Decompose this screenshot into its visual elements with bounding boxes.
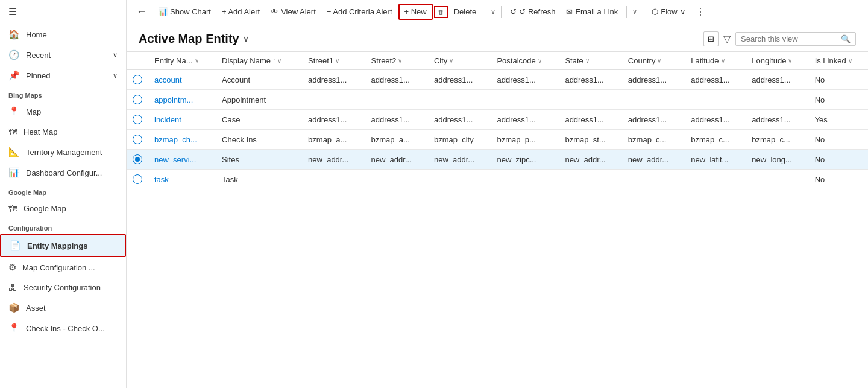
street1-cell: bzmap_a... <box>302 130 365 150</box>
hamburger-icon[interactable]: ☰ <box>8 6 17 17</box>
map-icon: 📍 <box>8 106 20 117</box>
col-entity-name[interactable]: Entity Na... ∨ <box>148 52 216 70</box>
back-button[interactable]: ← <box>131 3 152 21</box>
row-radio[interactable] <box>133 154 142 164</box>
sidebar-item-asset[interactable]: 📦 Asset <box>0 297 126 318</box>
new-button[interactable]: + New <box>398 4 433 20</box>
row-radio[interactable] <box>133 135 142 144</box>
row-radio[interactable] <box>133 95 142 104</box>
entity-name-cell[interactable]: task <box>148 170 216 189</box>
row-select-cell[interactable] <box>127 69 148 90</box>
entity-name-cell[interactable]: bzmap_ch... <box>148 130 216 150</box>
entity-name-cell[interactable]: appointm... <box>148 90 216 110</box>
table-row[interactable]: appointm... Appointment No <box>127 90 868 110</box>
sidebar-item-map[interactable]: 📍 Map <box>0 101 126 122</box>
city-cell <box>428 170 491 189</box>
chevron-down-icon: ∨ <box>113 51 118 59</box>
row-radio[interactable] <box>133 75 142 84</box>
show-chart-button[interactable]: 📊 Show Chart <box>153 5 216 19</box>
row-select-cell[interactable] <box>127 90 148 110</box>
sidebar-item-heat-map[interactable]: 🗺 Heat Map <box>0 122 126 142</box>
col-country[interactable]: Country ∨ <box>622 52 685 70</box>
email-link-button[interactable]: ✉ Email a Link <box>561 5 623 19</box>
col-postalcode[interactable]: Postalcode ∨ <box>491 52 559 70</box>
view-toggle-button[interactable]: ⊞ <box>703 31 719 46</box>
sidebar-item-map-config[interactable]: ⚙ Map Configuration ... <box>0 257 126 278</box>
table-row[interactable]: account Account address1... address1... … <box>127 69 868 90</box>
sidebar-item-entity-mappings[interactable]: 📄 Entity Mappings <box>0 234 126 257</box>
longitude-cell: address1... <box>746 110 808 130</box>
search-input[interactable] <box>741 34 837 43</box>
row-select-cell[interactable] <box>127 150 148 170</box>
col-state[interactable]: State ∨ <box>559 52 621 70</box>
col-chevron-icon: ∨ <box>538 57 542 64</box>
row-select-cell[interactable] <box>127 110 148 130</box>
col-chevron-icon: ∨ <box>721 57 725 64</box>
select-all-header[interactable] <box>127 52 148 70</box>
table-row[interactable]: new_servi... Sites new_addr... new_addr.… <box>127 150 868 170</box>
latitude-cell: new_latit... <box>685 150 746 170</box>
col-street2[interactable]: Street2 ∨ <box>365 52 428 70</box>
col-chevron-icon: ∨ <box>277 57 281 64</box>
add-criteria-button[interactable]: + Add Criteria Alert <box>322 5 397 19</box>
sidebar-item-dashboard[interactable]: 📊 Dashboard Configur... <box>0 162 126 183</box>
new-chevron-icon[interactable]: 🗑 <box>434 6 448 18</box>
sidebar-item-label: Home <box>26 30 47 39</box>
sidebar-item-recent[interactable]: 🕐 Recent ∨ <box>0 45 126 65</box>
sidebar-item-pinned[interactable]: 📌 Pinned ∨ <box>0 65 126 86</box>
city-cell: new_addr... <box>428 150 491 170</box>
entity-name-cell[interactable]: incident <box>148 110 216 130</box>
view-alert-button[interactable]: 👁 View Alert <box>266 5 321 19</box>
entity-name-cell[interactable]: new_servi... <box>148 150 216 170</box>
sidebar-item-home[interactable]: 🏠 Home <box>0 24 126 45</box>
row-select-cell[interactable] <box>127 170 148 189</box>
dashboard-icon: 📊 <box>8 167 20 178</box>
col-longitude[interactable]: Longitude ∨ <box>746 52 808 70</box>
sidebar-item-checkins[interactable]: 📍 Check Ins - Check O... <box>0 318 126 339</box>
col-city[interactable]: City ∨ <box>428 52 491 70</box>
eye-icon: 👁 <box>271 7 278 16</box>
more-options-icon[interactable]: ⋮ <box>692 4 709 20</box>
title-chevron-icon[interactable]: ∨ <box>243 34 249 43</box>
row-radio[interactable] <box>133 115 142 124</box>
table-row[interactable]: task Task No <box>127 170 868 189</box>
street2-cell: address1... <box>365 110 428 130</box>
heat-map-icon: 🗺 <box>8 127 17 137</box>
sidebar-item-security-config[interactable]: 🖧 Security Configuration <box>0 278 126 297</box>
filter-button[interactable]: ▽ <box>723 33 731 45</box>
longitude-cell <box>746 90 808 110</box>
sidebar-item-label: Security Configuration <box>24 283 101 292</box>
email-chevron-icon[interactable]: ∨ <box>631 5 639 18</box>
entity-name-cell[interactable]: account <box>148 69 216 90</box>
sidebar-item-territory[interactable]: 📐 Territory Management <box>0 142 126 162</box>
street1-cell: new_addr... <box>302 150 365 170</box>
flow-button[interactable]: ⬡ Flow ∨ <box>647 5 690 19</box>
longitude-cell: new_long... <box>746 150 808 170</box>
table-row[interactable]: incident Case address1... address1... ad… <box>127 110 868 130</box>
col-latitude[interactable]: Latitude ∨ <box>685 52 746 70</box>
display-name-cell: Case <box>216 110 302 130</box>
add-alert-button[interactable]: + Add Alert <box>217 5 265 19</box>
sidebar: ☰ 🏠 Home 🕐 Recent ∨ 📌 Pinned ∨ Bing Maps… <box>0 0 127 388</box>
show-chart-label: Show Chart <box>170 7 211 16</box>
col-chevron-icon: ∨ <box>195 57 199 64</box>
latitude-cell: address1... <box>685 69 746 90</box>
city-cell: address1... <box>428 69 491 90</box>
header-actions: ⊞ ▽ 🔍 <box>703 31 856 46</box>
row-select-cell[interactable] <box>127 130 148 150</box>
postalcode-cell: address1... <box>491 110 559 130</box>
delete-chevron-icon[interactable]: ∨ <box>489 5 497 18</box>
row-radio[interactable] <box>133 174 142 184</box>
sidebar-item-google-map[interactable]: 🗺 Google Map <box>0 199 126 218</box>
sidebar-section-bing-maps: Bing Maps <box>0 86 126 101</box>
refresh-button[interactable]: ↺ ↺ Refresh <box>505 5 560 19</box>
col-is-linked[interactable]: Is Linked ∨ <box>809 52 868 70</box>
col-display-name[interactable]: Display Name ↑ ∨ <box>216 52 302 70</box>
country-cell: address1... <box>622 110 685 130</box>
table-row[interactable]: bzmap_ch... Check Ins bzmap_a... bzmap_a… <box>127 130 868 150</box>
is-linked-cell: No <box>809 170 868 189</box>
street1-cell: address1... <box>302 69 365 90</box>
separator2 <box>501 6 502 18</box>
delete-button[interactable]: Delete <box>449 5 482 19</box>
col-street1[interactable]: Street1 ∨ <box>302 52 365 70</box>
